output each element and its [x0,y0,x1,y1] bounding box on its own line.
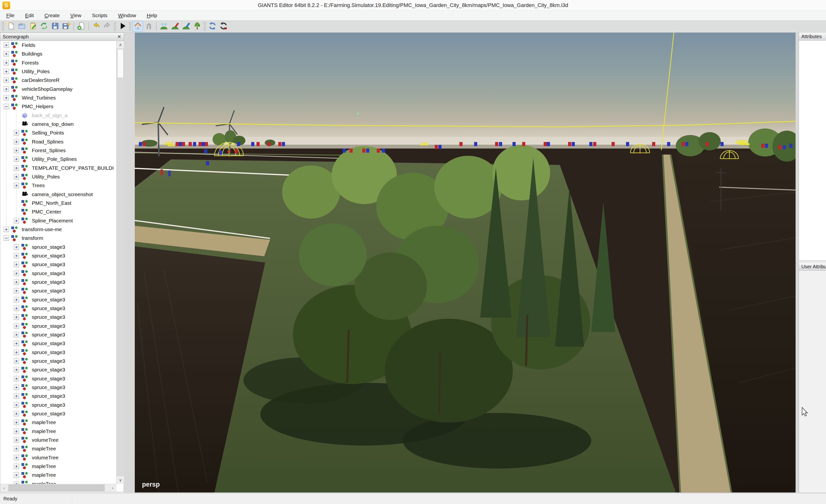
scenegraph-item-volumeTree[interactable]: +volumeTree [0,436,116,444]
save-as-button[interactable] [61,21,71,32]
script-notepad-button[interactable] [27,21,38,32]
scrollbar-thumb[interactable] [8,485,105,491]
scenegraph-item-spruce_stage3[interactable]: +spruce_stage3 [0,330,116,339]
scenegraph-item-mapleTree[interactable]: +mapleTree [0,444,116,453]
expand-icon[interactable]: + [14,297,19,302]
expand-icon[interactable]: + [14,350,19,355]
scenegraph-item-spruce_stage3[interactable]: +spruce_stage3 [0,383,116,392]
scrollbar-thumb[interactable] [117,49,124,78]
scenegraph-item-carDealerStoreR[interactable]: +carDealerStoreR [0,76,116,84]
menu-window[interactable]: Window [113,11,141,20]
scenegraph-item-Utility_Poles[interactable]: +Utility_Poles [0,173,116,181]
expand-icon[interactable]: + [14,420,19,425]
expand-icon[interactable]: + [14,481,19,484]
scenegraph-item-spruce_stage3[interactable]: +spruce_stage3 [0,339,116,348]
expand-icon[interactable]: + [14,306,19,311]
scenegraph-item-spruce_stage3[interactable]: +spruce_stage3 [0,410,116,418]
expand-icon[interactable]: + [4,43,9,48]
expand-icon[interactable]: + [14,262,19,267]
scenegraph-item-spruce_stage3[interactable]: +spruce_stage3 [0,357,116,365]
new-file-button[interactable] [5,21,16,32]
scroll-left-icon[interactable]: ‹ [0,484,8,492]
scenegraph-item-transform-use-me[interactable]: +transform-use-me [0,225,116,234]
scenegraph-item-camera_object_screenshot[interactable]: camera_object_screenshot [0,190,116,199]
expand-icon[interactable]: + [14,174,19,179]
expand-icon[interactable]: + [14,244,19,250]
expand-icon[interactable]: + [14,332,19,337]
scenegraph-item-Forests[interactable]: +Forests [0,58,116,67]
add-object-button[interactable] [76,21,86,32]
scenegraph-item-Trees[interactable]: +Trees [0,181,116,190]
expand-icon[interactable]: + [14,166,19,171]
reload-button[interactable] [39,21,49,32]
scenegraph-item-spruce_stage3[interactable]: +spruce_stage3 [0,322,116,330]
scenegraph-item-TEMPLATE_COPY_PASTE_BUILDI[interactable]: +TEMPLATE_COPY_PASTE_BUILDI [0,164,116,173]
scenegraph-item-Buildings[interactable]: +Buildings [0,50,116,58]
expand-icon[interactable]: + [4,60,9,65]
scenegraph-item-Forest_Splines[interactable]: +Forest_Splines [0,146,116,155]
expand-icon[interactable]: + [14,358,19,364]
expand-icon[interactable]: + [14,437,19,443]
expand-icon[interactable]: + [14,429,19,434]
scenegraph-vertical-scrollbar[interactable]: ∧ ∨ [116,41,124,484]
scroll-down-icon[interactable]: ∨ [117,476,124,484]
expand-icon[interactable]: + [14,464,19,469]
scenegraph-item-PMC_Helpers[interactable]: −PMC_Helpers [0,102,116,111]
expand-icon[interactable]: + [14,253,19,258]
scenegraph-item-mapleTree[interactable]: +mapleTree [0,462,116,471]
expand-icon[interactable]: + [14,218,19,224]
nav-pillar-button[interactable] [143,21,154,32]
expand-icon[interactable]: + [14,156,19,162]
expand-icon[interactable]: + [4,77,9,83]
scenegraph-item-spruce_stage3[interactable]: +spruce_stage3 [0,348,116,357]
scenegraph-item-Road_Splines[interactable]: +Road_Splines [0,137,116,146]
scroll-right-icon[interactable]: › [109,484,116,492]
expand-icon[interactable]: + [14,341,19,346]
play-button[interactable] [117,21,128,32]
expand-icon[interactable]: + [14,148,19,153]
menu-file[interactable]: File [1,11,20,20]
expand-icon[interactable]: + [14,402,19,407]
expand-icon[interactable]: + [4,227,9,232]
expand-icon[interactable]: + [14,411,19,416]
tree-brush-button[interactable] [192,21,202,32]
expand-icon[interactable]: + [4,86,9,92]
menu-view[interactable]: View [65,11,87,20]
close-icon[interactable]: ✕ [117,34,121,40]
scenegraph-item-Spline_Placement[interactable]: +Spline_Placement [0,216,116,225]
expand-icon[interactable]: + [14,376,19,381]
scenegraph-item-spruce_stage3[interactable]: +spruce_stage3 [0,278,116,287]
scenegraph-item-spruce_stage3[interactable]: +spruce_stage3 [0,304,116,313]
scenegraph-item-volumeTree[interactable]: +volumeTree [0,453,116,462]
expand-icon[interactable]: + [14,314,19,320]
scenegraph-item-spruce_stage3[interactable]: +spruce_stage3 [0,295,116,304]
right-splitter[interactable] [795,33,799,493]
scenegraph-item-spruce_stage3[interactable]: +spruce_stage3 [0,243,116,251]
scenegraph-item-mapleTree[interactable]: +mapleTree [0,427,116,435]
expand-icon[interactable]: + [14,323,19,329]
scenegraph-item-Wind_Turbines[interactable]: +Wind_Turbines [0,93,116,102]
scenegraph-item-PMC_North_East[interactable]: PMC_North_East [0,199,116,207]
expand-icon[interactable]: + [14,130,19,135]
scenegraph-horizontal-scrollbar[interactable]: ‹ › [0,484,116,492]
expand-icon[interactable]: + [14,183,19,188]
scenegraph-item-Utility_Poles[interactable]: +Utility_Poles [0,67,116,76]
scenegraph-item-Utility_Pole_Splines[interactable]: +Utility_Pole_Splines [0,155,116,164]
scenegraph-item-spruce_stage3[interactable]: +spruce_stage3 [0,400,116,409]
menu-scripts[interactable]: Scripts [87,11,113,20]
left-splitter[interactable] [124,33,135,493]
foliage-paint-blue-button[interactable] [181,21,191,32]
expand-icon[interactable]: + [14,393,19,399]
expand-icon[interactable]: + [14,472,19,478]
scenegraph-item-camera_top_down[interactable]: camera_top_down [0,120,116,128]
menu-help[interactable]: Help [141,11,163,20]
scenegraph-item-Fields[interactable]: +Fields [0,41,116,50]
open-folder-button[interactable] [16,21,27,32]
scenegraph-item-mapleTree[interactable]: +mapleTree [0,479,116,484]
scenegraph-item-spruce_stage3[interactable]: +spruce_stage3 [0,392,116,400]
nav-house-button[interactable] [132,21,143,32]
expand-icon[interactable]: + [14,455,19,460]
scenegraph-item-Selling_Points[interactable]: +Selling_Points [0,128,116,137]
expand-icon[interactable]: + [4,95,9,101]
scenegraph-item-spruce_stage3[interactable]: +spruce_stage3 [0,260,116,269]
